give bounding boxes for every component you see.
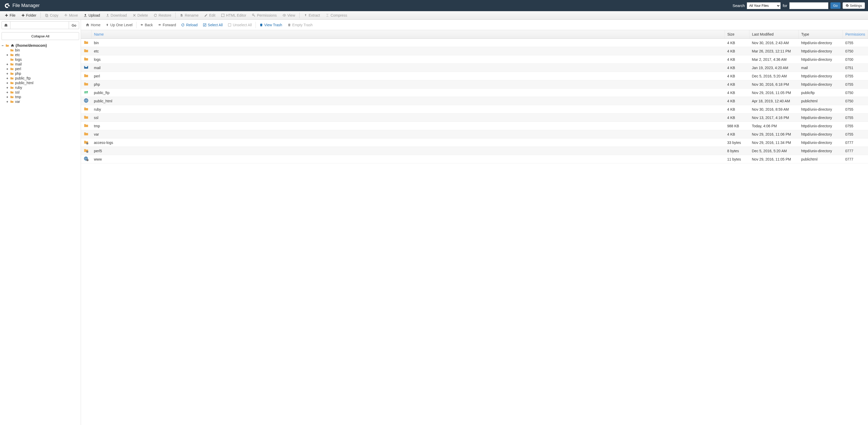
table-row[interactable]: public_ftp 4 KB Nov 29, 2016, 11:05 PM p… [81,89,868,97]
tree-node[interactable]: + ruby [6,85,80,90]
folder-icon [10,62,14,66]
collapse-all-button[interactable]: Collapse All [2,32,79,40]
cell-modified: Apr 18, 2019, 12:40 AM [749,97,799,105]
folder-icon [84,132,89,136]
table-row[interactable]: logs 4 KB Mar 2, 2017, 4:36 AM httpd/uni… [81,55,868,64]
tree-node-label: public_ftp [15,76,31,80]
empty-trash-button[interactable]: Empty Trash [285,21,315,29]
copy-icon [45,13,49,17]
cell-name: perl [91,72,724,80]
nav-back-button[interactable]: Back [137,21,155,29]
arrow-left-icon [140,23,144,27]
table-row[interactable]: var 4 KB Nov 29, 2016, 11:06 PM httpd/un… [81,130,868,139]
table-row[interactable]: perl 4 KB Dec 5, 2016, 5:20 AM httpd/uni… [81,72,868,80]
tree-node[interactable]: + ssl [6,90,80,94]
col-icon[interactable] [81,30,91,39]
cell-modified: Nov 29, 2016, 11:06 PM [749,130,799,139]
new-folder-button[interactable]: Folder [19,12,39,19]
tree-expand-toggle[interactable]: + [6,72,9,76]
unselect-all-button[interactable]: Unselect All [225,21,254,29]
col-permissions[interactable]: Permissions [843,30,868,39]
table-row[interactable]: public_html 4 KB Apr 18, 2019, 12:40 AM … [81,97,868,105]
tree-expand-toggle[interactable]: + [6,100,9,104]
folder-open-icon [5,44,9,47]
select-all-button[interactable]: Select All [200,21,225,29]
tree-node[interactable]: + public_html [6,81,80,85]
path-go-button[interactable]: Go [69,21,79,29]
new-file-button[interactable]: File [2,12,18,19]
html-editor-button[interactable]: HTML Editor [218,12,249,19]
path-input[interactable] [10,21,69,29]
tree-node[interactable]: + logs [6,57,80,62]
upload-button[interactable]: Upload [81,12,102,19]
delete-button[interactable]: Delete [130,12,151,19]
edit-button[interactable]: Edit [202,12,218,19]
nav-up-button[interactable]: Up One Level [103,21,135,29]
tree-collapse-toggle[interactable]: − [1,44,4,48]
tree-node[interactable]: + public_ftp [6,76,80,81]
compress-icon [326,13,329,17]
col-name[interactable]: Name [91,30,724,39]
tree-expand-toggle[interactable]: + [6,53,9,57]
table-row[interactable]: ssl 4 KB Nov 13, 2017, 4:16 PM httpd/uni… [81,114,868,122]
tree-expand-toggle[interactable]: + [6,67,9,71]
tree-node[interactable]: + etc [6,53,80,57]
tree-expand-toggle[interactable]: + [6,81,9,85]
tree-expand-toggle[interactable]: + [6,90,9,94]
extract-button[interactable]: Extract [301,12,323,19]
nav-forward-button[interactable]: Forward [155,21,179,29]
globe-link-icon [84,157,89,161]
col-size[interactable]: Size [724,30,749,39]
copy-button[interactable]: Copy [42,12,61,19]
compress-button[interactable]: Compress [323,12,350,19]
tree-node-label: tmp [15,95,21,99]
tree-expand-toggle[interactable]: + [6,86,9,90]
table-row[interactable]: php 4 KB Nov 30, 2016, 6:18 PM httpd/uni… [81,80,868,89]
table-row[interactable]: tmp 988 KB Today, 4:06 PM httpd/unix-dir… [81,122,868,130]
tree-expand-toggle[interactable]: + [6,76,9,80]
search-scope-select[interactable]: All Your Files [747,2,781,9]
tree-node[interactable]: + php [6,71,80,76]
tree-expand-toggle[interactable]: + [6,95,9,99]
search-input[interactable] [789,2,828,9]
move-button[interactable]: Move [61,12,81,19]
cell-size: 4 KB [724,72,749,80]
tree-node[interactable]: + var [6,99,80,104]
view-trash-button[interactable]: View Trash [257,21,285,29]
tree-root[interactable]: − (/home/democom) [1,43,80,48]
table-row[interactable]: perl5 8 bytes Dec 5, 2016, 5:20 AM httpd… [81,147,868,155]
table-row[interactable]: mail 4 KB Jan 19, 2023, 4:20 AM mail 075… [81,64,868,72]
cell-type: publichtml [799,97,843,105]
folder-link-icon [84,148,89,153]
rename-button[interactable]: Rename [177,12,201,19]
separator [299,12,300,18]
table-row[interactable]: www 11 bytes Nov 29, 2016, 11:05 PM publ… [81,155,868,163]
search-go-button[interactable]: Go [830,2,840,9]
tree-node[interactable]: + bin [6,48,80,53]
reload-button[interactable]: Reload [179,21,200,29]
cell-size: 4 KB [724,114,749,122]
col-type[interactable]: Type [799,30,843,39]
table-row[interactable]: ruby 4 KB Nov 30, 2016, 8:59 AM httpd/un… [81,105,868,114]
tree-node[interactable]: + mail [6,62,80,66]
settings-button[interactable]: Settings [843,2,865,9]
restore-button[interactable]: Restore [151,12,174,19]
cell-name: public_html [91,97,724,105]
nav-home-button[interactable]: Home [83,21,103,29]
table-row[interactable]: bin 4 KB Nov 30, 2016, 2:43 AM httpd/uni… [81,39,868,47]
tree-node[interactable]: + perl [6,66,80,71]
path-home-button[interactable] [2,21,10,29]
table-row[interactable]: etc 4 KB Mar 26, 2023, 12:11 PM httpd/un… [81,47,868,55]
permissions-button[interactable]: Permissions [249,12,279,19]
col-modified[interactable]: Last Modified [749,30,799,39]
eye-icon [282,13,286,17]
view-button[interactable]: View [280,12,298,19]
cell-perm: 0755 [843,80,868,89]
tree-node[interactable]: + tmp [6,94,80,99]
table-row[interactable]: access-logs 33 bytes Nov 29, 2016, 11:34… [81,139,868,147]
cell-perm: 0755 [843,130,868,139]
tree-expand-toggle[interactable]: + [6,62,9,66]
cell-name: mail [91,64,724,72]
download-button[interactable]: Download [103,12,129,19]
cell-modified: Nov 29, 2016, 11:34 PM [749,139,799,147]
